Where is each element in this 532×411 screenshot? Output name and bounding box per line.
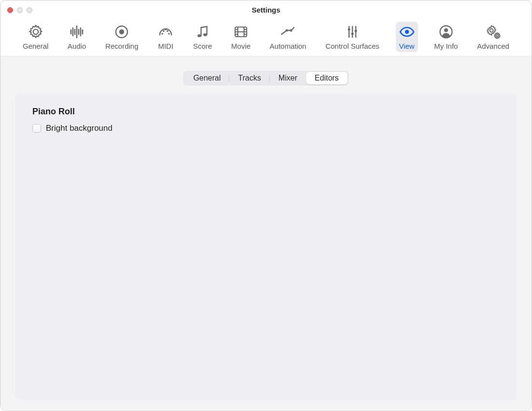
svg-point-13	[168, 33, 170, 35]
toolbar-label: Control Surfaces	[325, 42, 379, 50]
toolbar-item-automation[interactable]: Automation	[267, 22, 309, 52]
editors-panel: Piano Roll Bright background	[15, 93, 517, 400]
music-notes-icon	[195, 24, 211, 40]
toolbar-label: Score	[193, 42, 212, 50]
person-circle-icon	[438, 24, 454, 40]
view-tabs: General Tracks Mixer Editors	[3, 56, 529, 93]
tab-mixer[interactable]: Mixer	[270, 72, 306, 84]
toolbar-item-control-surfaces[interactable]: Control Surfaces	[322, 22, 382, 52]
checkbox-bright-background[interactable]	[32, 124, 41, 133]
automation-icon	[280, 24, 296, 40]
gears-icon	[485, 24, 502, 40]
toolbar-item-view[interactable]: View	[396, 22, 418, 52]
toolbar-label: General	[23, 42, 48, 50]
toolbar-item-audio[interactable]: Audio	[65, 22, 89, 52]
gear-icon	[28, 24, 44, 40]
toolbar-item-score[interactable]: Score	[190, 22, 215, 52]
svg-point-39	[490, 29, 493, 32]
toolbar-label: My Info	[434, 42, 458, 50]
svg-point-36	[405, 30, 408, 34]
svg-rect-14	[165, 28, 167, 30]
waveform-icon	[69, 24, 85, 40]
svg-line-19	[201, 27, 207, 27]
close-window-button[interactable]	[7, 7, 13, 13]
segmented-control: General Tracks Mixer Editors	[183, 71, 348, 85]
toolbar-item-midi[interactable]: MIDI	[154, 22, 177, 52]
content-area: General Tracks Mixer Editors Piano Roll …	[0, 56, 532, 410]
tab-general[interactable]: General	[184, 72, 229, 84]
toolbar-item-movie[interactable]: Movie	[228, 22, 253, 52]
toolbar-label: View	[399, 42, 414, 50]
minimize-window-button[interactable]	[17, 7, 23, 13]
svg-point-10	[161, 33, 163, 35]
record-icon	[113, 24, 130, 40]
svg-point-29	[290, 29, 293, 31]
preferences-toolbar: General Audio	[0, 19, 532, 56]
svg-point-9	[119, 29, 124, 34]
svg-point-40	[496, 35, 498, 37]
toolbar-label: Advanced	[477, 42, 509, 50]
toolbar-item-my-info[interactable]: My Info	[431, 22, 461, 52]
midi-icon	[157, 24, 174, 40]
toolbar-label: Recording	[105, 42, 138, 50]
svg-point-28	[286, 29, 288, 31]
svg-point-11	[163, 30, 165, 32]
toolbar-item-general[interactable]: General	[20, 22, 51, 52]
titlebar: Settings	[0, 0, 532, 19]
window-controls	[7, 7, 32, 13]
svg-rect-34	[351, 33, 354, 35]
eye-icon	[399, 24, 415, 40]
toolbar-item-advanced[interactable]: Advanced	[474, 22, 512, 52]
svg-point-38	[444, 28, 448, 32]
tab-editors[interactable]: Editors	[306, 72, 348, 84]
toolbar-label: Audio	[68, 42, 86, 50]
toolbar-label: MIDI	[158, 42, 173, 50]
sliders-icon	[344, 24, 361, 40]
toolbar-label: Movie	[231, 42, 251, 50]
zoom-window-button[interactable]	[27, 7, 32, 13]
svg-rect-35	[355, 30, 357, 32]
toolbar-label: Automation	[270, 42, 307, 50]
film-icon	[233, 24, 249, 40]
settings-window: Settings General	[0, 0, 532, 411]
option-bright-background[interactable]: Bright background	[32, 123, 500, 133]
checkbox-label: Bright background	[46, 123, 112, 133]
toolbar-item-recording[interactable]: Recording	[102, 22, 141, 52]
svg-point-12	[167, 30, 168, 32]
svg-rect-33	[348, 28, 350, 30]
tab-tracks[interactable]: Tracks	[229, 72, 269, 84]
window-title: Settings	[252, 6, 280, 14]
section-title-piano-roll: Piano Roll	[32, 107, 500, 117]
svg-point-0	[33, 29, 38, 34]
